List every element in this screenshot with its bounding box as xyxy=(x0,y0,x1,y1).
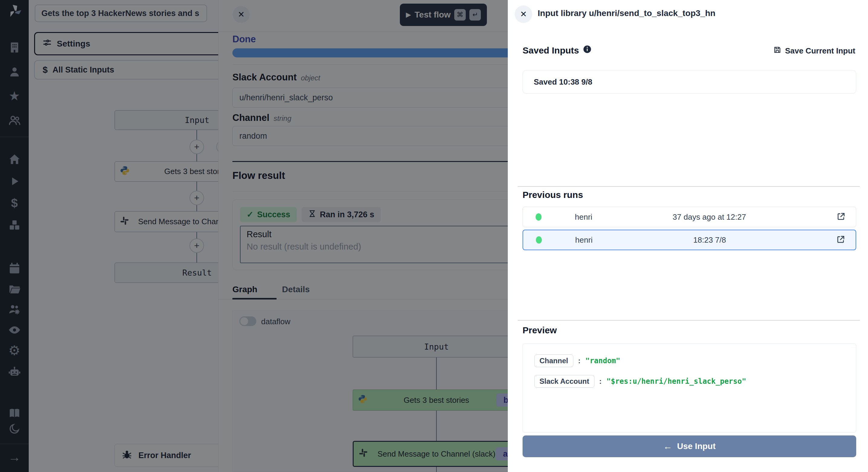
app-sidebar: ★ $ ⚙ → xyxy=(0,0,29,472)
section-divider xyxy=(518,320,860,321)
preview-heading: Preview xyxy=(523,325,557,336)
previous-run-row[interactable]: henri 37 days ago at 12:27 xyxy=(523,207,856,227)
close-input-library-button[interactable]: ✕ xyxy=(515,5,532,23)
groups-icon[interactable] xyxy=(0,113,29,128)
colon: : xyxy=(578,356,581,365)
field-type: string xyxy=(274,114,291,122)
preview-value: "random" xyxy=(585,356,620,365)
docs-book-icon[interactable] xyxy=(0,406,29,420)
check-icon: ✓ xyxy=(247,210,254,219)
field-label-slack-account: Slack Accountobject xyxy=(232,72,320,83)
run-graph-step2-node[interactable]: Send Message to Channel (slack) a xyxy=(353,441,520,467)
schedules-calendar-icon[interactable] xyxy=(0,261,29,276)
plus-icon: + xyxy=(194,241,199,251)
run-user: henri xyxy=(575,213,592,222)
cmd-key-icon: ⌘ xyxy=(454,9,466,21)
preview-key-chip: Channel xyxy=(534,354,573,367)
plus-icon: + xyxy=(194,142,199,152)
ai-robot-icon[interactable] xyxy=(0,365,29,380)
error-handler-label: Error Handler xyxy=(138,451,191,460)
play-icon: ▶ xyxy=(406,11,411,19)
plus-icon: + xyxy=(194,193,199,203)
saved-input-entry[interactable]: Saved 10:38 9/8 xyxy=(523,70,856,94)
close-test-drawer-button[interactable]: ✕ xyxy=(233,6,250,23)
run-graph-input-node[interactable]: Input xyxy=(353,336,520,357)
runs-play-icon[interactable] xyxy=(0,174,29,189)
add-step-button[interactable]: + xyxy=(189,139,204,154)
flow-title-input[interactable] xyxy=(35,4,207,22)
all-static-inputs-button[interactable]: $ All Static Inputs xyxy=(34,60,227,80)
folders-icon[interactable] xyxy=(0,281,29,296)
success-badge: ✓ Success xyxy=(240,207,297,222)
run-success-dot xyxy=(536,236,542,244)
test-flow-label: Test flow xyxy=(415,10,451,20)
enter-key-icon: ↵ xyxy=(469,9,481,21)
colon: : xyxy=(599,377,602,385)
workspace-building-icon[interactable] xyxy=(0,40,29,55)
flow-editor-panel: Settings $ All Static Inputs Input + Get… xyxy=(29,0,218,472)
input-preview-card: Channel : "random" Slack Account : "$res… xyxy=(523,343,856,433)
variables-dollar-icon[interactable]: $ xyxy=(0,195,29,211)
settings-button-label: Settings xyxy=(57,39,90,49)
input-library-drawer: ✕ Input library u/henri/send_to_slack_to… xyxy=(508,0,868,472)
run-graph-step1-label: Gets 3 best stories xyxy=(404,396,469,405)
preview-entry: Slack Account : "$res:u/henri/henri_slac… xyxy=(534,375,746,388)
run-graph-input-label: Input xyxy=(424,342,448,351)
previous-run-row-selected[interactable]: henri 18:23 7/8 xyxy=(523,230,856,250)
add-step-button[interactable]: + xyxy=(189,239,204,253)
preview-entry: Channel : "random" xyxy=(534,354,620,367)
external-link-icon[interactable] xyxy=(836,235,845,245)
home-icon[interactable] xyxy=(0,152,29,167)
close-icon: ✕ xyxy=(238,10,245,19)
test-flow-button[interactable]: ▶ Test flow ⌘ ↵ xyxy=(400,4,487,26)
all-static-inputs-label: All Static Inputs xyxy=(53,65,114,75)
hourglass-icon xyxy=(308,210,316,220)
resources-boxes-icon[interactable] xyxy=(0,217,29,232)
external-link-icon[interactable] xyxy=(837,212,846,222)
section-divider xyxy=(518,186,860,187)
flow-result-heading: Flow result xyxy=(232,170,285,181)
dark-mode-moon-icon[interactable] xyxy=(0,422,29,436)
close-icon: ✕ xyxy=(520,9,527,19)
workers-icon[interactable] xyxy=(0,302,29,317)
save-current-input-button[interactable]: Save Current Input xyxy=(773,46,855,56)
dataflow-toggle[interactable] xyxy=(239,316,256,326)
sliders-icon xyxy=(42,38,52,50)
back-arrow-icon: ← xyxy=(663,441,672,451)
settings-gear-icon[interactable]: ⚙ xyxy=(0,343,29,358)
toggle-knob xyxy=(240,317,248,325)
python-icon xyxy=(120,165,130,178)
run-time: 37 days ago at 12:27 xyxy=(673,213,746,222)
previous-runs-heading: Previous runs xyxy=(523,190,583,200)
preview-value: "$res:u/henri/henri_slack_perso" xyxy=(607,377,746,385)
favorites-star-icon[interactable]: ★ xyxy=(0,89,29,104)
slack-icon xyxy=(120,216,129,227)
run-time: 18:23 7/8 xyxy=(693,235,726,245)
run-graph-step1-node[interactable]: Gets 3 best stories b xyxy=(353,389,520,411)
timing-badge: Ran in 3,726 s xyxy=(302,207,381,222)
settings-button[interactable]: Settings xyxy=(34,32,227,55)
windmill-logo-icon[interactable] xyxy=(0,4,29,19)
run-user: henri xyxy=(575,235,593,245)
dollar-icon: $ xyxy=(42,65,48,75)
slack-icon xyxy=(359,448,368,460)
run-graph-step2-label: Send Message to Channel (slack) xyxy=(377,449,495,459)
sidebar-divider xyxy=(0,136,29,137)
add-step-button[interactable]: + xyxy=(189,191,204,205)
preview-key-chip: Slack Account xyxy=(534,375,594,388)
audit-eye-icon[interactable] xyxy=(0,322,29,338)
tab-graph[interactable]: Graph xyxy=(232,285,257,294)
flow-node-result-label: Result xyxy=(182,268,212,277)
save-floppy-icon xyxy=(773,46,781,56)
info-icon[interactable] xyxy=(583,45,592,56)
dataflow-toggle-label: dataflow xyxy=(261,317,290,326)
field-label-channel: Channelstring xyxy=(232,113,291,123)
flow-status-text: Done xyxy=(232,34,256,45)
saved-inputs-heading: Saved Inputs xyxy=(523,45,592,56)
flow-node-input-label: Input xyxy=(185,116,209,125)
tab-details[interactable]: Details xyxy=(282,285,310,294)
run-success-dot xyxy=(535,213,541,221)
expand-sidebar-arrow-icon[interactable]: → xyxy=(0,450,29,464)
use-input-button[interactable]: ← Use Input xyxy=(523,435,856,457)
user-icon[interactable] xyxy=(0,64,29,80)
